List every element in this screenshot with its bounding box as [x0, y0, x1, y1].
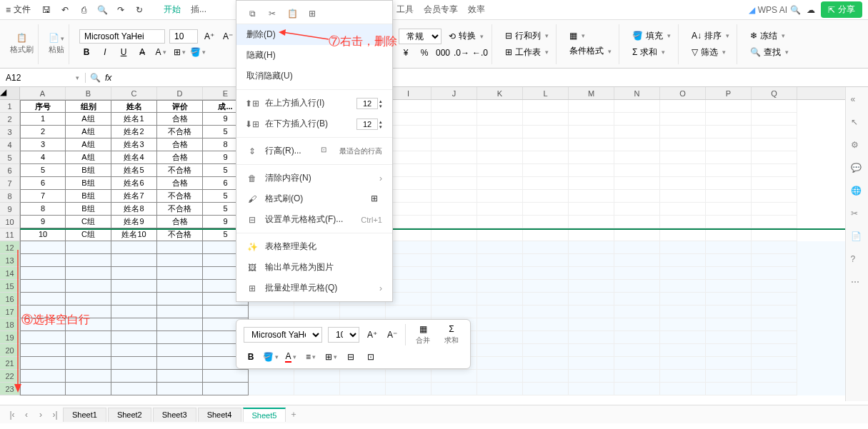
- col-header-L[interactable]: L: [523, 87, 569, 99]
- undo-icon[interactable]: ↶: [58, 3, 72, 17]
- table-header[interactable]: 组别: [66, 100, 111, 113]
- tab-home[interactable]: 开始: [164, 4, 181, 16]
- cell[interactable]: [157, 357, 203, 370]
- select-all-corner[interactable]: ◢: [0, 87, 19, 100]
- ft-font-name[interactable]: Microsoft YaHei: [244, 327, 322, 343]
- ft-bold-button[interactable]: B: [244, 350, 258, 364]
- row-header[interactable]: 6: [0, 164, 19, 177]
- menu-cell-format[interactable]: ⊟ 设置单元格格式(F)... Ctrl+1: [236, 209, 392, 230]
- search-icon[interactable]: 🔍: [790, 5, 801, 15]
- cell[interactable]: B组: [66, 177, 111, 190]
- ft-sum-icon[interactable]: Σ: [449, 324, 454, 334]
- cell[interactable]: 不合格: [157, 164, 203, 177]
- cell[interactable]: [20, 383, 66, 395]
- cell[interactable]: [111, 318, 157, 331]
- cell[interactable]: C组: [66, 216, 111, 228]
- col-header-O[interactable]: O: [660, 87, 706, 99]
- strike-button[interactable]: A̶: [135, 45, 149, 59]
- cell[interactable]: A组: [66, 126, 111, 138]
- cell[interactable]: [157, 254, 203, 267]
- cell[interactable]: 9: [20, 216, 66, 228]
- cell[interactable]: 3: [20, 138, 66, 151]
- format-painter-icon[interactable]: 📋: [16, 33, 27, 43]
- painter-alt-icon[interactable]: ⊞: [371, 193, 382, 205]
- table-header[interactable]: 评价: [157, 100, 203, 113]
- cell[interactable]: A组: [66, 138, 111, 151]
- fill-button[interactable]: 🪣 填充▾: [629, 29, 674, 44]
- row-header[interactable]: 10: [0, 216, 19, 228]
- cell[interactable]: [20, 344, 66, 357]
- cell[interactable]: [111, 280, 157, 293]
- sheet-nav-last[interactable]: ›|: [49, 410, 61, 420]
- cell[interactable]: 合格: [157, 113, 203, 126]
- cut-icon[interactable]: ✂: [266, 8, 278, 19]
- cell[interactable]: 不合格: [157, 203, 203, 216]
- cloud-icon[interactable]: ☁: [807, 5, 815, 15]
- row-header[interactable]: 20: [0, 344, 19, 357]
- ft-dec-font-icon[interactable]: A⁻: [385, 328, 399, 342]
- col-header-M[interactable]: M: [569, 87, 614, 99]
- row-header[interactable]: 11: [0, 228, 19, 241]
- cell[interactable]: [157, 280, 203, 293]
- row-header[interactable]: 21: [0, 357, 19, 370]
- cell[interactable]: A组: [66, 151, 111, 164]
- ft-fill-color-button[interactable]: 🪣▾: [264, 350, 278, 364]
- row-header[interactable]: 9: [0, 203, 19, 216]
- cell[interactable]: [66, 318, 111, 331]
- row-header[interactable]: 18: [0, 318, 19, 331]
- row-col-button[interactable]: ⊟ 行和列▾: [502, 29, 552, 44]
- cell[interactable]: B组: [66, 203, 111, 216]
- best-fit-icon[interactable]: ⊡: [321, 146, 332, 157]
- cell[interactable]: 姓名3: [111, 138, 157, 151]
- cell[interactable]: 姓名2: [111, 126, 157, 138]
- underline-button[interactable]: U: [116, 45, 131, 59]
- cell[interactable]: [66, 280, 111, 293]
- row-header[interactable]: 1: [0, 100, 19, 113]
- save-icon[interactable]: 🖫: [39, 3, 54, 17]
- redo-icon[interactable]: ↷: [114, 3, 128, 17]
- currency-icon[interactable]: ¥: [399, 46, 413, 60]
- row-header[interactable]: 23: [0, 383, 19, 395]
- row-header[interactable]: 5: [0, 151, 19, 164]
- cell[interactable]: [111, 344, 157, 357]
- cell[interactable]: [157, 370, 203, 383]
- cell[interactable]: [111, 370, 157, 383]
- freeze-button[interactable]: ❄ 冻结▾: [747, 29, 788, 44]
- inc-decimal-icon[interactable]: .0→: [454, 46, 469, 60]
- cell[interactable]: [111, 357, 157, 370]
- cell[interactable]: [20, 318, 66, 331]
- sheet-nav-next[interactable]: ›: [34, 410, 47, 420]
- menu-beautify[interactable]: ✨ 表格整理美化: [236, 236, 392, 257]
- cell[interactable]: 姓名8: [111, 203, 157, 216]
- globe-icon[interactable]: 🌐: [851, 186, 864, 198]
- insert-above-count[interactable]: [356, 98, 378, 109]
- col-header-Q[interactable]: Q: [752, 87, 797, 99]
- sheet-nav-first[interactable]: |‹: [6, 410, 19, 420]
- copy-icon[interactable]: ⧉: [246, 8, 258, 19]
- row-header[interactable]: 2: [0, 113, 19, 126]
- menu-insert-above[interactable]: ⬆⊞ 在上方插入行(I) ▴▾: [236, 93, 392, 113]
- menu-export-img[interactable]: 🖼 输出单元格为图片: [236, 257, 392, 278]
- settings-icon[interactable]: ⚙: [851, 140, 864, 153]
- row-header[interactable]: 12: [0, 241, 19, 254]
- row-header[interactable]: 19: [0, 331, 19, 344]
- sheet-tab[interactable]: Sheet2: [108, 408, 151, 422]
- cell[interactable]: [66, 267, 111, 280]
- col-header-K[interactable]: K: [477, 87, 523, 99]
- convert-button[interactable]: ⟲ 转换▾: [446, 29, 487, 44]
- ft-border-button[interactable]: ⊞▾: [324, 350, 338, 364]
- cursor-icon[interactable]: ↖: [851, 117, 864, 130]
- paste-icon[interactable]: 📄▾: [49, 33, 64, 43]
- cell[interactable]: 姓名6: [111, 177, 157, 190]
- tools-icon[interactable]: ✂: [851, 208, 864, 221]
- sheet-tab[interactable]: Sheet4: [198, 408, 241, 422]
- chat-icon[interactable]: 💬: [851, 163, 864, 176]
- cell[interactable]: [20, 267, 66, 280]
- cell[interactable]: [111, 331, 157, 344]
- cell[interactable]: 10: [20, 228, 66, 241]
- row-header[interactable]: 13: [0, 254, 19, 267]
- cell[interactable]: [157, 383, 203, 395]
- cell[interactable]: [111, 306, 157, 318]
- font-size-select[interactable]: [169, 29, 198, 44]
- file-menu[interactable]: ≡文件: [6, 4, 31, 16]
